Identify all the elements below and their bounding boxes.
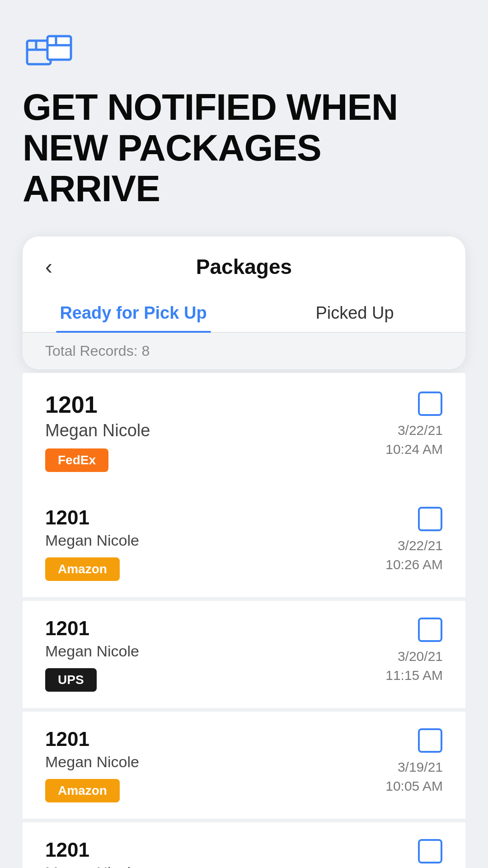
package-date: 3/22/2110:24 AM bbox=[385, 421, 443, 459]
svg-rect-10 bbox=[419, 840, 441, 863]
unit-number: 1201 bbox=[45, 839, 385, 861]
table-row[interactable]: 1201 Megan Nicole Amazon 3/22/2110:26 AM bbox=[23, 490, 465, 597]
app-card: ‹ Packages Ready for Pick Up Picked Up T… bbox=[23, 236, 465, 369]
checkbox-icon[interactable] bbox=[418, 728, 443, 753]
carrier-badge: Amazon bbox=[45, 779, 120, 802]
carrier-badge: FedEx bbox=[45, 448, 108, 472]
checkbox-icon[interactable] bbox=[418, 839, 443, 864]
package-info: 1201 Megan Nicole USPS bbox=[45, 839, 385, 868]
back-button[interactable]: ‹ bbox=[45, 254, 52, 279]
package-date: 3/20/2111:15 AM bbox=[385, 647, 443, 685]
resident-name: Megan Nicole bbox=[45, 421, 385, 440]
table-row[interactable]: 1201 Megan Nicole FedEx 3/22/2110:24 AM bbox=[23, 373, 465, 490]
checkbox-icon[interactable] bbox=[418, 391, 443, 416]
checkbox-icon[interactable] bbox=[418, 506, 443, 532]
tab-bar: Ready for Pick Up Picked Up bbox=[23, 292, 465, 333]
tab-ready-for-pickup[interactable]: Ready for Pick Up bbox=[23, 292, 244, 332]
package-info: 1201 Megan Nicole UPS bbox=[45, 617, 385, 692]
checkbox-icon[interactable] bbox=[418, 617, 443, 642]
total-records: Total Records: 8 bbox=[23, 333, 465, 369]
unit-number: 1201 bbox=[45, 617, 385, 640]
unit-number: 1201 bbox=[45, 391, 385, 418]
package-meta: 3/19/2110:05 AM bbox=[385, 728, 443, 796]
package-meta: 3/20/2111:15 AM bbox=[385, 617, 443, 685]
resident-name: Megan Nicole bbox=[45, 753, 385, 771]
package-date: 3/22/2110:26 AM bbox=[385, 536, 443, 574]
unit-number: 1201 bbox=[45, 728, 385, 750]
package-info: 1201 Megan Nicole Amazon bbox=[45, 728, 385, 802]
unit-number: 1201 bbox=[45, 506, 385, 529]
app-title: Packages bbox=[196, 255, 292, 279]
svg-rect-8 bbox=[419, 618, 441, 641]
package-list: 1201 Megan Nicole FedEx 3/22/2110:24 AM … bbox=[23, 373, 465, 868]
table-row[interactable]: 1201 Megan Nicole Amazon 3/19/2110:05 AM bbox=[23, 712, 465, 819]
svg-rect-7 bbox=[419, 508, 441, 530]
resident-name: Megan Nicole bbox=[45, 532, 385, 549]
resident-name: Megan Nicole bbox=[45, 642, 385, 660]
package-date: 3/19/2110:05 AM bbox=[385, 758, 443, 796]
carrier-badge: Amazon bbox=[45, 557, 120, 581]
svg-rect-6 bbox=[419, 392, 441, 415]
package-meta: 3/22/2110:26 AM bbox=[385, 506, 443, 574]
svg-rect-9 bbox=[419, 729, 441, 752]
resident-name: Megan Nicole bbox=[45, 864, 385, 868]
package-meta: 3/22/2110:24 AM bbox=[385, 391, 443, 459]
packages-header-icon bbox=[23, 27, 465, 74]
svg-rect-3 bbox=[47, 36, 71, 60]
main-title: GET NOTIFIED WHEN NEW PACKAGES ARRIVE bbox=[23, 87, 465, 209]
package-info: 1201 Megan Nicole FedEx bbox=[45, 391, 385, 472]
app-header: ‹ Packages bbox=[23, 236, 465, 279]
tab-picked-up[interactable]: Picked Up bbox=[244, 292, 465, 332]
package-meta: 3/17/2111:55 AM bbox=[385, 839, 443, 868]
carrier-badge: UPS bbox=[45, 668, 97, 692]
table-row[interactable]: 1201 Megan Nicole UPS 3/20/2111:15 AM bbox=[23, 601, 465, 708]
package-info: 1201 Megan Nicole Amazon bbox=[45, 506, 385, 581]
table-row[interactable]: 1201 Megan Nicole USPS 3/17/2111:55 AM bbox=[23, 822, 465, 868]
